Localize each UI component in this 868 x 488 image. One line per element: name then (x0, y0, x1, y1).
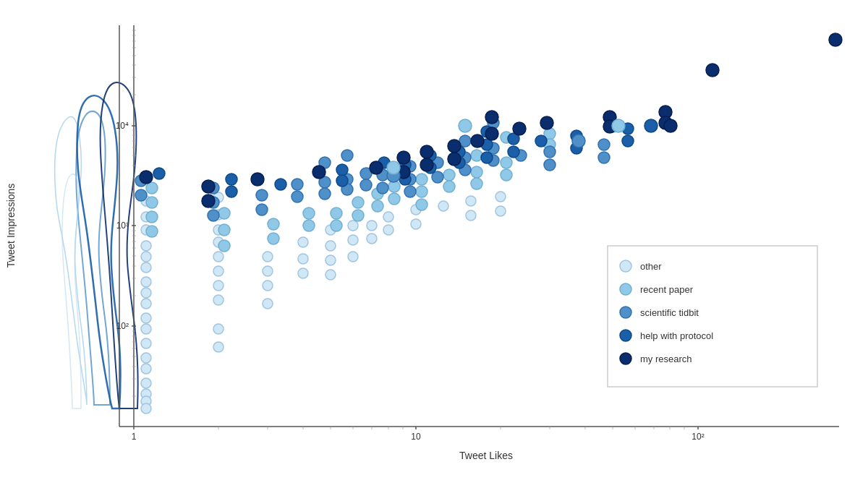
y-tick-10000: 10⁴ (116, 121, 129, 131)
data-point (141, 403, 151, 414)
data-point (226, 186, 237, 197)
data-point (612, 119, 625, 132)
data-point (141, 288, 151, 298)
data-point (438, 201, 448, 211)
data-point (263, 266, 273, 276)
data-point (141, 364, 151, 374)
data-point (420, 158, 433, 171)
data-point (535, 135, 547, 147)
data-point (459, 119, 472, 132)
data-point (141, 378, 151, 388)
data-point (370, 161, 383, 174)
data-point (218, 224, 230, 236)
data-point (622, 135, 634, 147)
data-point (501, 169, 512, 181)
data-point (141, 252, 151, 262)
data-point (141, 277, 151, 287)
data-point (141, 324, 151, 334)
data-point (140, 171, 153, 184)
data-point (141, 353, 151, 363)
data-point (135, 189, 147, 201)
data-point (411, 219, 421, 229)
data-point (275, 179, 286, 190)
data-point (226, 174, 237, 185)
data-point (352, 210, 364, 221)
data-point (213, 252, 224, 262)
data-point (326, 270, 336, 280)
data-point (268, 233, 279, 244)
x-tick-10: 10 (411, 432, 421, 442)
data-point (485, 127, 498, 140)
data-point (298, 254, 308, 264)
data-point (448, 153, 461, 166)
data-point (213, 324, 224, 334)
data-point (331, 220, 342, 231)
data-point (367, 234, 377, 244)
data-point (448, 140, 461, 153)
data-point (377, 182, 388, 194)
data-point (404, 186, 416, 197)
y-tick-100: 10² (116, 321, 129, 331)
data-point (383, 212, 393, 222)
legend-other-icon (620, 260, 631, 272)
x-tick-1: 1 (132, 432, 137, 442)
data-point (471, 150, 482, 161)
data-point (153, 168, 165, 179)
data-point (141, 262, 151, 273)
data-point (263, 252, 273, 262)
data-point (416, 174, 427, 185)
data-point (141, 338, 151, 348)
data-point (367, 221, 377, 231)
data-point (664, 119, 677, 132)
legend-recent-label: recent paper (640, 284, 694, 295)
data-point (508, 146, 519, 158)
data-point (416, 199, 427, 210)
data-point (213, 295, 224, 305)
data-point (292, 191, 303, 202)
data-point (336, 164, 348, 176)
data-point (213, 266, 224, 276)
data-point (829, 33, 842, 46)
y-axis-label: Tweet Impressions (5, 184, 17, 268)
legend-recent-icon (620, 283, 631, 295)
data-point (146, 226, 158, 237)
data-point (348, 252, 358, 262)
data-point (466, 210, 476, 221)
data-point (598, 152, 610, 163)
data-point (141, 299, 151, 309)
data-point (303, 220, 315, 231)
data-point (319, 188, 331, 200)
data-point (218, 207, 230, 219)
data-point (256, 189, 268, 201)
data-point (298, 237, 308, 247)
data-point (387, 161, 400, 174)
data-point (268, 218, 279, 230)
data-point (331, 207, 342, 219)
legend-help-label: help with protocol (640, 330, 713, 341)
svg-rect-0 (0, 0, 868, 488)
data-point (540, 116, 553, 129)
y-tick-1000: 10³ (116, 221, 129, 231)
data-point (471, 134, 484, 147)
data-point (572, 134, 585, 147)
x-tick-100: 10² (692, 432, 704, 442)
data-point (471, 178, 482, 189)
data-point (218, 240, 230, 252)
chart-container: 10² 10³ 10⁴ 1 (0, 0, 868, 488)
data-point (326, 241, 336, 251)
data-point (348, 221, 358, 231)
data-point (485, 111, 498, 124)
data-point (443, 181, 455, 192)
data-point (202, 194, 215, 207)
data-point (208, 210, 219, 221)
data-point (292, 179, 303, 190)
legend-help-icon (620, 330, 631, 341)
data-point (303, 207, 315, 219)
legend-scientific-icon (620, 307, 631, 318)
data-point (352, 197, 364, 208)
data-point (263, 281, 273, 291)
data-point (544, 159, 556, 171)
data-point (141, 313, 151, 323)
legend-box (608, 246, 817, 387)
data-point (443, 169, 455, 181)
